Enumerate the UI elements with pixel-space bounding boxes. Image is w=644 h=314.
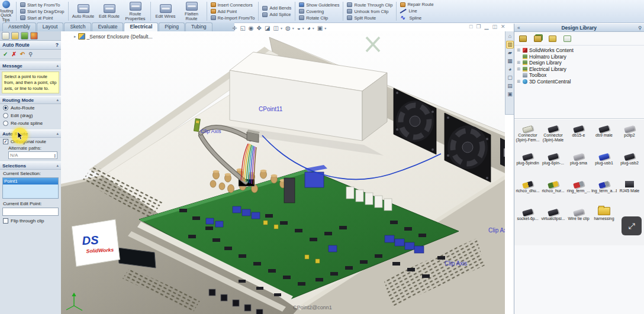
- library-item[interactable]: ring_term_a...8: [591, 177, 617, 205]
- tab-sketch[interactable]: Sketch: [64, 22, 91, 31]
- alternate-paths-spinner[interactable]: N/A ▴▾: [8, 151, 57, 159]
- rotate-clip-button[interactable]: Rotate Clip: [299, 15, 339, 21]
- library-item[interactable]: db15-e: [566, 122, 591, 150]
- tree-item-solidworks-content[interactable]: ⊞SolidWorks Content: [517, 47, 643, 54]
- auto-route-button[interactable]: Auto Route: [71, 4, 96, 19]
- tab-electrical[interactable]: Electrical: [124, 22, 158, 31]
- view-palette-icon[interactable]: ▦: [506, 57, 514, 65]
- tab-piping[interactable]: Piping: [159, 22, 185, 31]
- graphics-viewport[interactable]: DS SolidWorks: [61, 31, 505, 314]
- edit-drag-radio[interactable]: Edit (drag): [0, 112, 61, 119]
- selections-section-header[interactable]: Selections ▴: [0, 161, 61, 170]
- expander-icon[interactable]: ⊞: [517, 79, 521, 84]
- current-edit-point-input[interactable]: [2, 208, 59, 216]
- library-item[interactable]: plug-5pindin: [515, 150, 540, 177]
- selected-list-item[interactable]: Point1: [3, 178, 58, 184]
- view-orientation-icon[interactable]: ◫: [273, 25, 278, 31]
- pin-pane-icon[interactable]: ⚲: [635, 25, 644, 31]
- solidworks-resources-icon[interactable]: ⌂: [506, 33, 514, 40]
- property-manager-tab-icon[interactable]: [11, 32, 19, 40]
- start-by-dragdrop-button[interactable]: Start by Drag/Drop: [20, 9, 65, 14]
- routing-quick-tips-button[interactable]: Routing Quick Tips: [0, 0, 15, 22]
- tab-assembly[interactable]: Assembly: [2, 22, 36, 31]
- section-view-icon[interactable]: ◪: [265, 25, 270, 31]
- library-item[interactable]: Wire tie clip: [566, 205, 591, 233]
- dropdown-caret[interactable]: ▾: [292, 26, 294, 30]
- repair-route-button[interactable]: Repair Route: [400, 2, 433, 7]
- add-point-button[interactable]: Add Point: [211, 9, 255, 14]
- add-to-library-icon[interactable]: [519, 35, 527, 42]
- library-item[interactable]: Connector (3pin)-Fem...: [515, 122, 540, 150]
- library-item[interactable]: Connector (3pin)-Male: [540, 122, 566, 150]
- tree-item-electrical-library[interactable]: ⊞Electrical Library: [517, 66, 643, 73]
- message-section-header[interactable]: Message ▴: [0, 61, 61, 70]
- split-route-button[interactable]: Split Route: [347, 15, 392, 21]
- library-item[interactable]: plug-6pin-...: [540, 150, 566, 177]
- library-item[interactable]: richco_hur...: [540, 177, 566, 205]
- edit-wires-button[interactable]: Edit Wires: [153, 4, 178, 19]
- apply-scene-icon[interactable]: ▣: [317, 25, 323, 31]
- zoom-area-icon[interactable]: ◱: [240, 25, 245, 31]
- zoom-to-fit-icon[interactable]: ✛: [232, 25, 237, 31]
- expander-icon[interactable]: ⊞: [517, 60, 521, 65]
- library-item[interactable]: RJ45 Male: [617, 177, 642, 205]
- library-item[interactable]: plug-usb2: [617, 150, 642, 177]
- window-minimize-icon[interactable]: ▁: [485, 24, 489, 30]
- edit-route-button[interactable]: Edit Route: [97, 4, 122, 19]
- routing-mode-section-header[interactable]: Routing Mode ▴: [0, 96, 61, 104]
- undo-button[interactable]: ↶: [20, 51, 25, 57]
- library-item[interactable]: plug-usb1: [591, 150, 617, 177]
- hide-show-items-icon[interactable]: ◒: [297, 25, 301, 31]
- start-by-fromto-button[interactable]: Start by From/To: [20, 2, 65, 8]
- library-item[interactable]: pclip2: [617, 122, 642, 150]
- zoom-in-out-icon[interactable]: ◉: [249, 25, 254, 31]
- line-button[interactable]: Line: [400, 8, 433, 14]
- covering-button[interactable]: Covering: [299, 9, 339, 14]
- expand-button[interactable]: ⤢: [622, 216, 642, 235]
- route-through-clip-button[interactable]: Route Through Clip: [347, 2, 392, 8]
- orthogonal-route-checkbox[interactable]: ✓Orthogonal route: [0, 138, 61, 145]
- edit-appearance-icon[interactable]: ◕: [307, 25, 311, 31]
- window-tile-icon[interactable]: ◫: [492, 24, 497, 30]
- ok-button[interactable]: ✓: [3, 51, 8, 57]
- window-maximize-icon[interactable]: □: [469, 24, 472, 30]
- spline-button[interactable]: ∿Spline: [400, 15, 433, 21]
- library-item[interactable]: richco_dhu...: [515, 177, 540, 205]
- library-item[interactable]: ring_term_...: [566, 177, 591, 205]
- auto-route-radio[interactable]: Auto-Route: [0, 104, 61, 112]
- pan-icon[interactable]: ✥: [257, 25, 262, 31]
- tab-evaluate[interactable]: Evaluate: [92, 22, 123, 31]
- dropdown-caret[interactable]: ▾: [281, 26, 282, 30]
- feature-manager-tab-icon[interactable]: [2, 32, 9, 40]
- tree-item-3d-contentcentral[interactable]: ⊞3D ContentCentral: [517, 79, 643, 85]
- refresh-icon[interactable]: [564, 35, 571, 42]
- library-item[interactable]: db9 male: [591, 122, 617, 150]
- dropdown-caret[interactable]: ▾: [324, 26, 326, 30]
- spinner-down-icon[interactable]: ▾: [54, 156, 56, 158]
- window-close-icon[interactable]: ✕: [501, 24, 505, 30]
- library-item-folder[interactable]: harnessing: [591, 205, 617, 233]
- dropdown-caret[interactable]: ▾: [313, 26, 314, 30]
- start-at-point-button[interactable]: Start at Point: [20, 15, 65, 21]
- tab-tubing[interactable]: Tubing: [185, 22, 212, 31]
- library-item[interactable]: plug-sma: [566, 150, 591, 177]
- tree-item-holmatro-library[interactable]: Holmatro Library: [517, 54, 643, 60]
- cpoint-bottom-label[interactable]: CPoint2@conn1: [293, 305, 332, 310]
- flatten-route-button[interactable]: Flatten Route: [179, 2, 204, 21]
- tab-layout[interactable]: Layout: [37, 22, 64, 31]
- pin-button[interactable]: ⚲: [28, 51, 33, 57]
- clip-axis-near-label[interactable]: Clip Axis: [201, 128, 221, 134]
- library-item[interactable]: virtualclipsi...: [540, 205, 566, 233]
- design-library-tab-icon[interactable]: ▥: [506, 41, 514, 48]
- add-file-location-icon[interactable]: [534, 35, 542, 42]
- cancel-button[interactable]: ✗: [11, 51, 16, 57]
- clip-axis-lower-label[interactable]: Clip Axis: [445, 260, 467, 267]
- window-restore-icon[interactable]: ❐: [476, 24, 481, 30]
- feature-tree-root[interactable]: ▸ _Sensor Enclosure (Default...: [74, 33, 153, 40]
- scenes-icon[interactable]: ▢: [506, 74, 514, 82]
- tree-item-toolbox[interactable]: Toolbox: [517, 72, 643, 79]
- dropdown-caret[interactable]: ▾: [302, 26, 304, 30]
- expander-icon[interactable]: ⊞: [517, 48, 521, 53]
- configuration-manager-tab-icon[interactable]: [21, 32, 28, 40]
- auto-route-section-header[interactable]: Auto Route ▴: [0, 130, 61, 138]
